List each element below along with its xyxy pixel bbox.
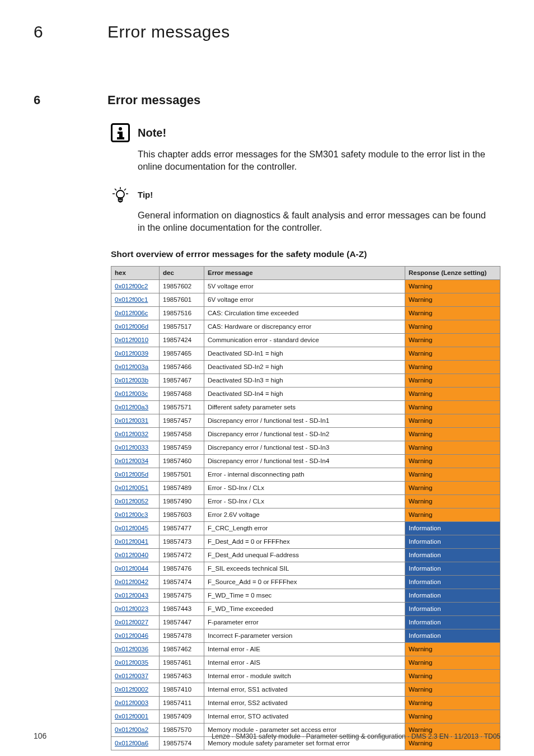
table-row: 0x012f003419857460Discrepancy error / fu… bbox=[111, 455, 500, 468]
cell-dec: 19857463 bbox=[160, 670, 204, 683]
cell-hex: 0x012f0001 bbox=[111, 710, 160, 724]
hex-link[interactable]: 0x012f0027 bbox=[115, 619, 148, 626]
cell-message: Internal error, STO activated bbox=[204, 710, 405, 724]
hex-link[interactable]: 0x012f006c bbox=[115, 310, 148, 316]
table-row: 0x012f001019857424Communication error - … bbox=[111, 334, 500, 347]
cell-message: Internal error, SS2 activated bbox=[204, 697, 405, 710]
cell-response: Warning bbox=[405, 334, 500, 347]
cell-response: Information bbox=[405, 522, 500, 535]
hex-link[interactable]: 0x012f00c1 bbox=[115, 296, 148, 303]
table-header-row: hex dec Error message Response (Lenze se… bbox=[111, 267, 500, 280]
cell-hex: 0x012f0052 bbox=[111, 495, 160, 508]
hex-link[interactable]: 0x012f0039 bbox=[115, 350, 148, 357]
table-row: 0x012f000319857411Internal error, SS2 ac… bbox=[111, 697, 500, 710]
hex-link[interactable]: 0x012f0003 bbox=[115, 699, 148, 706]
table-row: 0x012f005d19857501Error - internal disco… bbox=[111, 468, 500, 482]
hex-link[interactable]: 0x012f0051 bbox=[115, 484, 148, 491]
hex-link[interactable]: 0x012f0044 bbox=[115, 565, 148, 572]
cell-message: Error 2.6V voltage bbox=[204, 508, 405, 522]
cell-dec: 19857447 bbox=[160, 616, 204, 629]
hex-link[interactable]: 0x012f0034 bbox=[115, 458, 148, 464]
cell-hex: 0x012f0046 bbox=[111, 629, 160, 643]
hex-link[interactable]: 0x012f0001 bbox=[115, 713, 148, 720]
cell-dec: 19857571 bbox=[160, 401, 204, 414]
hex-link[interactable]: 0x012f003a bbox=[115, 363, 148, 370]
tip-icon bbox=[111, 186, 130, 203]
section-number: 6 bbox=[34, 93, 84, 108]
cell-message: Internal error, SS1 activated bbox=[204, 683, 405, 697]
cell-response: Warning bbox=[405, 683, 500, 697]
cell-response: Warning bbox=[405, 710, 500, 724]
cell-response: Warning bbox=[405, 656, 500, 670]
cell-hex: 0x012f0036 bbox=[111, 643, 160, 656]
col-msg: Error message bbox=[204, 267, 405, 280]
cell-response: Warning bbox=[405, 441, 500, 455]
cell-message: Discrepancy error / functional test - SD… bbox=[204, 455, 405, 468]
cell-hex: 0x012f003a bbox=[111, 361, 160, 374]
cell-hex: 0x012f0040 bbox=[111, 549, 160, 562]
hex-link[interactable]: 0x012f0033 bbox=[115, 444, 148, 451]
hex-link[interactable]: 0x012f0035 bbox=[115, 659, 148, 666]
cell-message: CAS: Hardware or discrepancy error bbox=[204, 320, 405, 334]
hex-link[interactable]: 0x012f0052 bbox=[115, 498, 148, 505]
table-row: 0x012f006d19857517CAS: Hardware or discr… bbox=[111, 320, 500, 334]
table-row: 0x012f004219857474F_Source_Add = 0 or FF… bbox=[111, 576, 500, 589]
hex-link[interactable]: 0x012f00c3 bbox=[115, 511, 148, 518]
table-row: 0x012f000119857409Internal error, STO ac… bbox=[111, 710, 500, 724]
cell-message: F_Source_Add = 0 or FFFFhex bbox=[204, 576, 405, 589]
hex-link[interactable]: 0x012f0031 bbox=[115, 417, 148, 424]
hex-link[interactable]: 0x012f0043 bbox=[115, 592, 148, 599]
col-dec: dec bbox=[160, 267, 204, 280]
hex-link[interactable]: 0x012f006d bbox=[115, 323, 148, 330]
cell-message: Communication error - standard device bbox=[204, 334, 405, 347]
cell-hex: 0x012f0041 bbox=[111, 535, 160, 549]
error-table: hex dec Error message Response (Lenze se… bbox=[111, 266, 500, 750]
tip-body: General information on diagnostics & fau… bbox=[138, 209, 489, 234]
svg-point-1 bbox=[119, 127, 122, 130]
cell-message: Internal error - AIS bbox=[204, 656, 405, 670]
hex-link[interactable]: 0x012f005d bbox=[115, 471, 148, 478]
table-row: 0x012f003b19857467Deactivated SD-In3 = h… bbox=[111, 374, 500, 388]
hex-link[interactable]: 0x012f0010 bbox=[115, 337, 148, 343]
section-heading: 6 Error messages bbox=[34, 93, 500, 108]
svg-line-7 bbox=[124, 189, 126, 190]
cell-message: Error - SD-Inx / CLx bbox=[204, 495, 405, 508]
hex-link[interactable]: 0x012f0046 bbox=[115, 632, 148, 639]
hex-link[interactable]: 0x012f0045 bbox=[115, 525, 148, 531]
note-body: This chapter adds error messages for the… bbox=[138, 148, 489, 173]
hex-link[interactable]: 0x012f003b bbox=[115, 377, 148, 384]
hex-link[interactable]: 0x012f00c2 bbox=[115, 283, 148, 290]
cell-dec: 19857465 bbox=[160, 347, 204, 361]
cell-dec: 19857474 bbox=[160, 576, 204, 589]
hex-link[interactable]: 0x012f00a3 bbox=[115, 404, 148, 410]
hex-link[interactable]: 0x012f0037 bbox=[115, 673, 148, 679]
cell-hex: 0x012f0039 bbox=[111, 347, 160, 361]
cell-dec: 19857601 bbox=[160, 293, 204, 307]
cell-dec: 19857424 bbox=[160, 334, 204, 347]
page-number: 106 bbox=[34, 731, 46, 740]
hex-link[interactable]: 0x012f0042 bbox=[115, 578, 148, 585]
cell-dec: 19857462 bbox=[160, 643, 204, 656]
hex-link[interactable]: 0x012f0032 bbox=[115, 431, 148, 437]
hex-link[interactable]: 0x012f0023 bbox=[115, 605, 148, 612]
cell-hex: 0x012f00c1 bbox=[111, 293, 160, 307]
cell-message: Discrepancy error / functional test - SD… bbox=[204, 428, 405, 441]
hex-link[interactable]: 0x012f00a6 bbox=[115, 740, 148, 746]
hex-link[interactable]: 0x012f0002 bbox=[115, 686, 148, 693]
table-row: 0x012f003a19857466Deactivated SD-In2 = h… bbox=[111, 361, 500, 374]
cell-dec: 19857517 bbox=[160, 320, 204, 334]
table-row: 0x012f003619857462Internal error - AIEWa… bbox=[111, 643, 500, 656]
hex-link[interactable]: 0x012f0041 bbox=[115, 538, 148, 545]
hex-link[interactable]: 0x012f003c bbox=[115, 390, 148, 397]
table-row: 0x012f005219857490Error - SD-Inx / CLxWa… bbox=[111, 495, 500, 508]
cell-message: F_Dest_Add unequal F-address bbox=[204, 549, 405, 562]
cell-response: Warning bbox=[405, 320, 500, 334]
cell-response: Information bbox=[405, 549, 500, 562]
cell-response: Warning bbox=[405, 293, 500, 307]
cell-response: Information bbox=[405, 603, 500, 616]
cell-response: Information bbox=[405, 576, 500, 589]
hex-link[interactable]: 0x012f0036 bbox=[115, 646, 148, 652]
table-row: 0x012f00c2198576025V voltage errorWarnin… bbox=[111, 280, 500, 293]
cell-hex: 0x012f0002 bbox=[111, 683, 160, 697]
hex-link[interactable]: 0x012f0040 bbox=[115, 552, 148, 558]
